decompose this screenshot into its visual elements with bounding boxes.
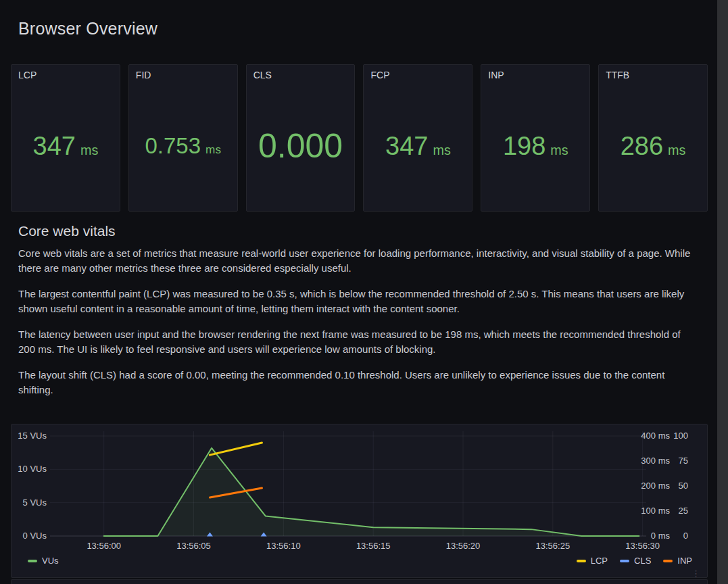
paragraph-lcp: The largest contentful paint (LCP) was m… (18, 287, 700, 316)
paragraph-inp: The latency between user input and the b… (18, 327, 700, 357)
panel-title[interactable]: FID (129, 65, 237, 80)
time-tick-label: 13:56:10 (253, 541, 314, 552)
scrollbar[interactable] (717, 0, 728, 584)
stat-panel-ttfb: TTFB 286 ms (598, 64, 708, 212)
stat-value-area: 198 ms (481, 80, 589, 211)
stat-panel-fid: FID 0.753 ms (128, 64, 238, 212)
stat-unit: ms (550, 144, 568, 157)
x-axis-time: 13:56:0013:56:0513:56:1013:56:1513:56:20… (11, 541, 707, 552)
axis-tick-label: 15 VUs (14, 431, 47, 441)
panel-title[interactable]: LCP (11, 65, 120, 80)
stat-unit: ms (205, 144, 221, 155)
legend-swatch-icon (577, 560, 586, 562)
stat-value: 347 (385, 133, 428, 159)
stat-value-area: 0.000 (247, 80, 355, 211)
dashboard: Browser Overview LCP 347 ms FID 0.753 ms… (0, 0, 728, 584)
plot-area[interactable] (50, 431, 646, 536)
time-tick-label: 13:56:00 (74, 541, 135, 552)
stat-value-area: 286 ms (599, 80, 707, 211)
stat-unit: ms (668, 144, 685, 157)
panel-title[interactable]: INP (481, 65, 589, 80)
time-tick-label: 13:56:30 (612, 541, 673, 552)
stat-panels-row: LCP 347 ms FID 0.753 ms CLS 0.000 (11, 64, 708, 212)
stat-value: 0.000 (258, 129, 343, 163)
legend-label: LCP (591, 555, 608, 567)
timeseries-panel: 15 VUs10 VUs5 VUs0 VUs 400 ms300 ms200 m… (11, 424, 708, 578)
legend-item-inp[interactable]: INP (663, 555, 692, 567)
legend-right-group: LCPCLSINP (577, 555, 692, 567)
axis-tick-label: 75 (664, 456, 688, 466)
axis-tick-label: 0 (664, 531, 688, 541)
time-tick-label: 13:56:05 (164, 541, 224, 552)
time-tick-label: 13:56:20 (433, 541, 493, 552)
stat-value: 286 (621, 133, 663, 159)
legend-swatch-icon (663, 560, 673, 562)
y-axis-percent: 1007550250 (664, 424, 688, 560)
stat-panel-lcp: LCP 347 ms (11, 64, 120, 212)
panel-title[interactable]: TTFB (599, 65, 707, 80)
legend-label: VUs (42, 555, 59, 567)
core-web-vitals-text-panel: Core web vitals Core web vitals are a se… (18, 223, 700, 408)
legend-item-vus[interactable]: VUs (28, 555, 59, 567)
stat-value-area: 347 ms (11, 80, 120, 211)
stat-unit: ms (433, 144, 450, 157)
stat-value: 198 (503, 133, 545, 159)
axis-tick-label: 10 VUs (14, 464, 47, 474)
vertical-ellipsis-icon[interactable]: ⋮ (691, 572, 700, 576)
stat-panel-fcp: FCP 347 ms (363, 64, 472, 212)
stat-value-area: 347 ms (364, 80, 472, 211)
y-axis-vus: 15 VUs10 VUs5 VUs0 VUs (14, 424, 47, 560)
page-title: Browser Overview (18, 19, 157, 39)
stat-value: 0.753 (145, 135, 201, 157)
stat-value-area: 0.753 ms (129, 80, 237, 211)
axis-tick-label: 0 VUs (14, 531, 47, 541)
legend-label: CLS (634, 555, 651, 567)
axis-tick-label: 25 (664, 506, 688, 516)
stat-value: 347 (33, 133, 76, 159)
axis-tick-label: 50 (664, 481, 688, 491)
section-heading: Core web vitals (18, 223, 700, 239)
legend-item-cls[interactable]: CLS (620, 555, 651, 567)
stat-unit: ms (80, 144, 98, 157)
legend-swatch-icon (28, 560, 37, 562)
axis-tick-label: 5 VUs (14, 497, 47, 508)
timeseries-chart[interactable] (50, 431, 646, 536)
stat-panel-cls: CLS 0.000 (246, 64, 356, 212)
legend-item-lcp[interactable]: LCP (577, 555, 608, 567)
panel-title[interactable]: FCP (364, 65, 472, 80)
legend-label: INP (677, 555, 692, 567)
panel-title[interactable]: CLS (247, 65, 355, 80)
chart-legend: VUs LCPCLSINP (11, 555, 707, 568)
stat-panel-inp: INP 198 ms (481, 64, 590, 212)
time-tick-label: 13:56:25 (523, 541, 583, 552)
legend-swatch-icon (620, 560, 629, 562)
series-line-lcp (210, 443, 262, 455)
paragraph-intro: Core web vitals are a set of metrics tha… (18, 246, 700, 276)
legend-left-group: VUs (28, 555, 59, 567)
paragraph-cls: The layout shift (CLS) had a score of 0.… (18, 368, 700, 397)
axis-tick-label: 100 (664, 431, 688, 441)
next-panel-edge (11, 579, 708, 584)
time-tick-label: 13:56:15 (343, 541, 404, 552)
